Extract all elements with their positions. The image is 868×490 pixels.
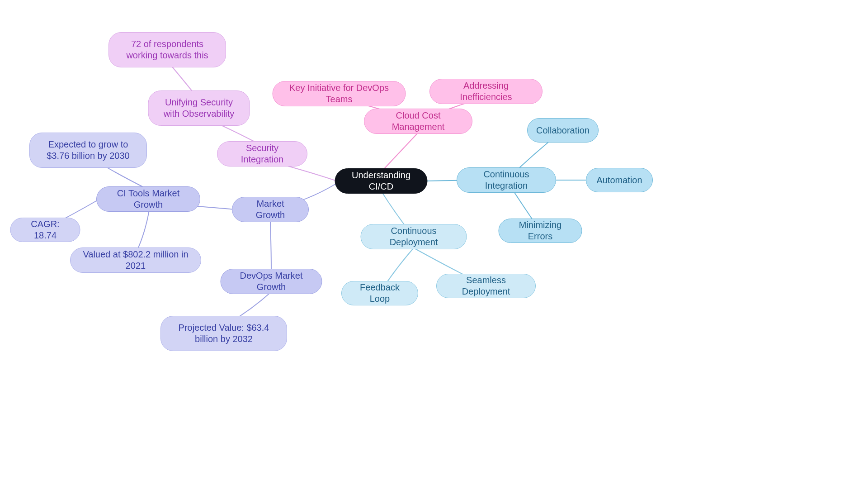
node-unifying-security[interactable]: Unifying Security with Observability (148, 90, 250, 126)
node-continuous-deployment[interactable]: Continuous Deployment (361, 224, 467, 249)
mindmap-root[interactable]: Understanding CI/CD (335, 168, 428, 194)
node-label: Minimizing Errors (509, 219, 572, 242)
node-continuous-integration[interactable]: Continuous Integration (457, 167, 556, 193)
node-label: Security Integration (227, 143, 297, 165)
node-ci-tools-market[interactable]: CI Tools Market Growth (96, 186, 200, 212)
node-label: Unifying Security with Observability (159, 97, 240, 119)
node-label: Projected Value: $63.4 billion by 2032 (171, 322, 277, 345)
node-grow-2030[interactable]: Expected to grow to $3.76 billion by 203… (29, 133, 147, 168)
node-automation[interactable]: Automation (586, 168, 653, 192)
node-72-respondents[interactable]: 72 of respondents working towards this (108, 32, 226, 67)
node-valued-2021[interactable]: Valued at $802.2 million in 2021 (70, 247, 201, 273)
node-label: DevOps Market Growth (231, 270, 312, 293)
node-label: 72 of respondents working towards this (119, 38, 216, 61)
node-key-initiative[interactable]: Key Initiative for DevOps Teams (273, 81, 406, 106)
node-label: Automation (596, 175, 642, 186)
node-seamless-deployment[interactable]: Seamless Deployment (436, 274, 536, 298)
node-addressing-inefficiencies[interactable]: Addressing Inefficiencies (429, 79, 542, 104)
node-security-integration[interactable]: Security Integration (217, 141, 307, 167)
node-label: Expected to grow to $3.76 billion by 203… (40, 139, 137, 162)
node-label: Market Growth (242, 198, 298, 221)
node-label: Valued at $802.2 million in 2021 (80, 249, 191, 271)
node-devops-market[interactable]: DevOps Market Growth (221, 269, 322, 294)
node-feedback-loop[interactable]: Feedback Loop (341, 281, 418, 305)
node-collaboration[interactable]: Collaboration (527, 118, 599, 143)
node-label: Feedback Loop (352, 282, 408, 304)
node-label: CAGR: 18.74 (21, 219, 70, 241)
node-cloud-cost-management[interactable]: Cloud Cost Management (364, 109, 472, 134)
node-cagr[interactable]: CAGR: 18.74 (10, 218, 80, 242)
node-minimizing-errors[interactable]: Minimizing Errors (499, 219, 582, 243)
node-label: Seamless Deployment (447, 275, 525, 297)
node-label: Cloud Cost Management (374, 110, 462, 133)
node-label: Addressing Inefficiencies (440, 80, 532, 103)
node-label: Continuous Deployment (371, 225, 457, 248)
node-label: Collaboration (536, 125, 590, 136)
node-projected-value[interactable]: Projected Value: $63.4 billion by 2032 (160, 316, 287, 351)
node-market-growth[interactable]: Market Growth (232, 197, 309, 222)
node-label: Understanding CI/CD (345, 170, 417, 192)
node-label: Continuous Integration (467, 169, 546, 191)
node-label: Key Initiative for DevOps Teams (283, 82, 396, 105)
node-label: CI Tools Market Growth (107, 188, 190, 210)
